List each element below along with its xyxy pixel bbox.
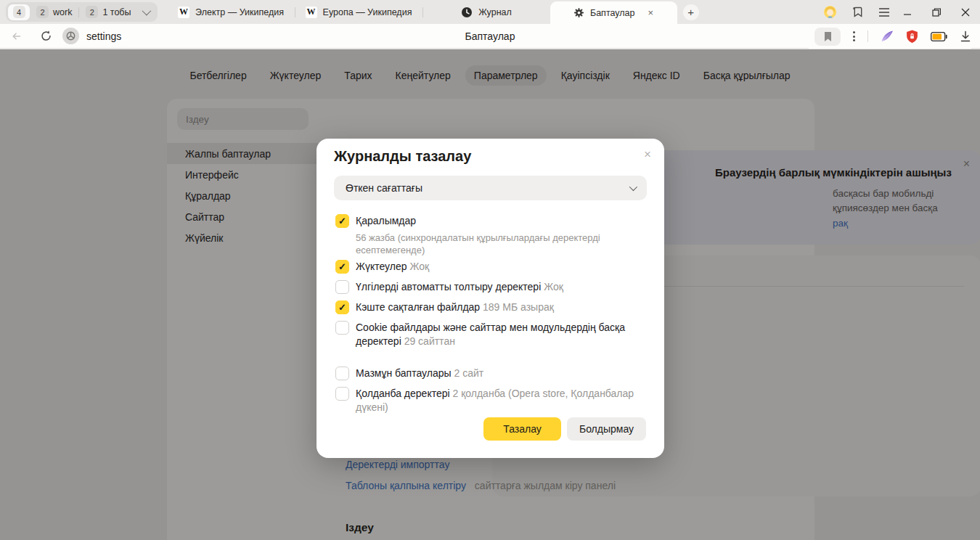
checkbox[interactable] bbox=[335, 280, 349, 294]
tab-title: Баптаулар bbox=[590, 8, 635, 18]
checkbox-row-downloads[interactable]: Жүктеулер Жоқ bbox=[335, 260, 640, 274]
checkbox-label: Қаралымдар bbox=[356, 215, 416, 226]
checkbox[interactable] bbox=[335, 387, 349, 401]
toolbar-right-cluster bbox=[809, 24, 971, 49]
tab-group-label: work bbox=[53, 7, 72, 17]
checkbox-hint: Жоқ bbox=[544, 281, 563, 292]
checkbox-hint: 189 МБ азырақ bbox=[483, 301, 554, 313]
minimize-button[interactable] bbox=[903, 8, 912, 17]
restore-button[interactable] bbox=[932, 8, 941, 17]
battery-icon[interactable] bbox=[931, 32, 947, 41]
checkbox-row-cookies[interactable]: Cookie файлдары және сайттар мен модульд… bbox=[335, 321, 640, 348]
profile-avatar[interactable] bbox=[823, 5, 837, 19]
window-controls bbox=[903, 8, 970, 17]
checkbox-hint: 2 сайт bbox=[454, 367, 483, 379]
tab-group-count-badge: 2 bbox=[86, 6, 98, 18]
reload-icon[interactable] bbox=[40, 30, 52, 42]
tab-title: Журнал bbox=[478, 7, 512, 17]
back-icon[interactable] bbox=[10, 30, 23, 42]
checkbox[interactable] bbox=[335, 367, 349, 380]
checkbox[interactable] bbox=[335, 300, 349, 314]
checkbox-label: Кэште сақталған файлдар bbox=[356, 301, 480, 313]
checkbox-label: Қолданба деректері bbox=[356, 388, 450, 399]
tab-settings[interactable]: Баптаулар × bbox=[550, 1, 677, 24]
time-range-select[interactable]: Өткен сағаттағы bbox=[334, 176, 647, 200]
checkbox-row-autofill[interactable]: Үлгілерді автоматты толтыру деректері Жо… bbox=[335, 280, 640, 294]
tab-group-count-badge: 4 bbox=[13, 6, 25, 18]
divider bbox=[867, 30, 868, 42]
tabbar-right-cluster bbox=[823, 5, 890, 19]
clock-icon bbox=[461, 7, 473, 18]
feather-extension-icon[interactable] bbox=[881, 30, 894, 43]
divider bbox=[78, 7, 79, 17]
checkbox-row-visits[interactable]: Қаралымдар 56 жазба (синхрондалатын құры… bbox=[335, 214, 640, 256]
checkbox[interactable] bbox=[335, 260, 349, 274]
checkbox-label: Мазмұн баптаулары bbox=[356, 367, 452, 379]
tab-group-work[interactable]: 2 work bbox=[34, 6, 74, 18]
menu-icon[interactable] bbox=[878, 7, 890, 17]
tab-title: Электр — Уикипедия bbox=[195, 7, 284, 17]
checkbox-subtext: 56 жазба (синхрондалатын құрылғылардағы … bbox=[356, 232, 640, 256]
settings-page: Бетбелгілер Жүктеулер Тарих Кеңейтулер П… bbox=[0, 49, 980, 540]
tab-group-label: 1 тобы bbox=[102, 7, 131, 17]
yandex-browser-icon bbox=[62, 28, 79, 44]
protect-shield-icon[interactable] bbox=[906, 30, 918, 44]
bookmark-icon bbox=[823, 31, 833, 42]
checkbox-row-app-data[interactable]: Қолданба деректері 2 қолданба (Opera sto… bbox=[335, 387, 640, 414]
cancel-button[interactable]: Болдырмау bbox=[567, 417, 646, 441]
checkbox-row-content-settings[interactable]: Мазмұн баптаулары 2 сайт bbox=[335, 367, 640, 380]
tab-wikipedia-2[interactable]: W Еуропа — Уикипедия bbox=[295, 0, 422, 24]
chevron-down-icon bbox=[629, 183, 637, 191]
close-window-button[interactable] bbox=[961, 8, 970, 17]
checkbox[interactable] bbox=[335, 321, 349, 335]
checkbox-hint: 29 сайттан bbox=[404, 335, 455, 347]
tab-strip: W Электр — Уикипедия W Еуропа — Уикипеди… bbox=[168, 0, 812, 24]
gear-icon bbox=[573, 7, 584, 18]
browser-window: 4 2 work 2 1 тобы W Электр — Уикипедия W… bbox=[0, 0, 980, 540]
more-options-icon[interactable] bbox=[853, 31, 855, 41]
checkbox[interactable] bbox=[335, 214, 349, 228]
tab-title: Еуропа — Уикипедия bbox=[323, 7, 412, 17]
tab-history[interactable]: Журнал bbox=[423, 0, 550, 24]
url-bar[interactable]: settings bbox=[62, 28, 127, 44]
tab-group-count-badge: 2 bbox=[36, 6, 49, 18]
wikipedia-icon: W bbox=[178, 7, 189, 18]
tab-group-active[interactable]: 4 bbox=[8, 4, 30, 20]
checkbox-label: Cookie файлдары және сайттар мен модульд… bbox=[356, 322, 625, 347]
new-tab-button[interactable]: + bbox=[683, 4, 699, 20]
checkbox-label: Үлгілерді автоматты толтыру деректері bbox=[356, 281, 541, 292]
tab-group-1-toby[interactable]: 2 1 тобы bbox=[83, 6, 133, 18]
download-icon[interactable] bbox=[960, 30, 971, 43]
collections-icon[interactable] bbox=[852, 6, 864, 18]
tab-close-icon[interactable]: × bbox=[648, 7, 653, 18]
dialog-title: Журналды тазалау bbox=[334, 148, 471, 165]
time-range-value: Өткен сағаттағы bbox=[346, 182, 422, 194]
tab-groups-cluster: 4 2 work 2 1 тобы bbox=[6, 2, 158, 22]
tab-wikipedia-1[interactable]: W Электр — Уикипедия bbox=[168, 0, 295, 24]
checkbox-hint: Жоқ bbox=[409, 261, 429, 272]
wikipedia-icon: W bbox=[306, 7, 317, 18]
address-toolbar: settings Баптаулар bbox=[0, 24, 980, 49]
url-text[interactable]: settings bbox=[86, 30, 127, 42]
clear-history-dialog: × Журналды тазалау Өткен сағаттағы Қарал… bbox=[317, 139, 664, 458]
bookmark-button[interactable] bbox=[814, 28, 841, 46]
tab-bar: 4 2 work 2 1 тобы W Электр — Уикипедия W… bbox=[0, 0, 980, 24]
checkbox-row-cache[interactable]: Кэште сақталған файлдар 189 МБ азырақ bbox=[335, 300, 640, 314]
checkbox-label: Жүктеулер bbox=[356, 261, 407, 272]
clear-button[interactable]: Тазалау bbox=[483, 417, 561, 441]
dialog-close-icon[interactable]: × bbox=[641, 144, 654, 165]
chevron-down-icon[interactable] bbox=[142, 7, 151, 16]
